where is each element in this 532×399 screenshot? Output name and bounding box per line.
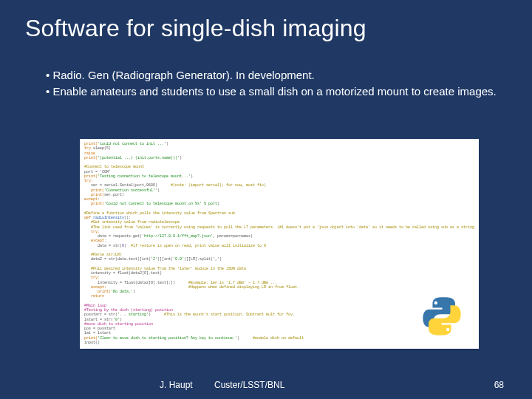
footer-author: J. Haupt	[160, 380, 193, 390]
bullet-item: • Radio. Gen (Radiograph Generator). In …	[46, 68, 502, 83]
python-logo-icon	[418, 294, 466, 338]
footer-page-number: 68	[494, 380, 504, 390]
bullet-list: • Radio. Gen (Radiograph Generator). In …	[46, 68, 502, 101]
code-screenshot: print('could not connect to init ...') t…	[80, 139, 479, 349]
bullet-item: • Enable amateurs and students to use a …	[46, 84, 502, 99]
footer-affiliation: Custer/LSST/BNL	[214, 380, 284, 390]
slide-title: Software for single-dish imaging	[25, 15, 366, 42]
